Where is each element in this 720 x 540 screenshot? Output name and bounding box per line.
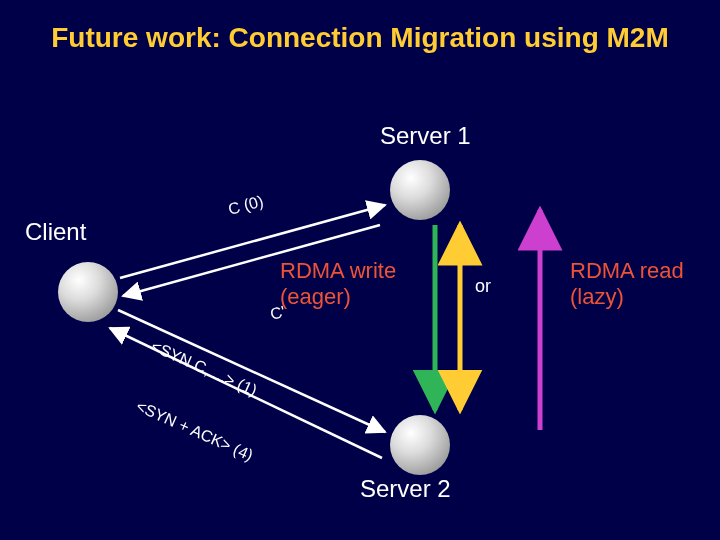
- edge-c0: [120, 205, 385, 278]
- edge-synack-label: <SYN + ACK> (4): [134, 397, 256, 464]
- edge-synack: [110, 328, 382, 458]
- edge-cprime: [123, 225, 380, 296]
- edge-cprime-label: C': [268, 303, 287, 323]
- diagram-svg: C (0) C' <SYN C, ...> (1) <SYN + ACK> (4…: [0, 0, 720, 540]
- edge-c0-label: C (0): [226, 192, 265, 218]
